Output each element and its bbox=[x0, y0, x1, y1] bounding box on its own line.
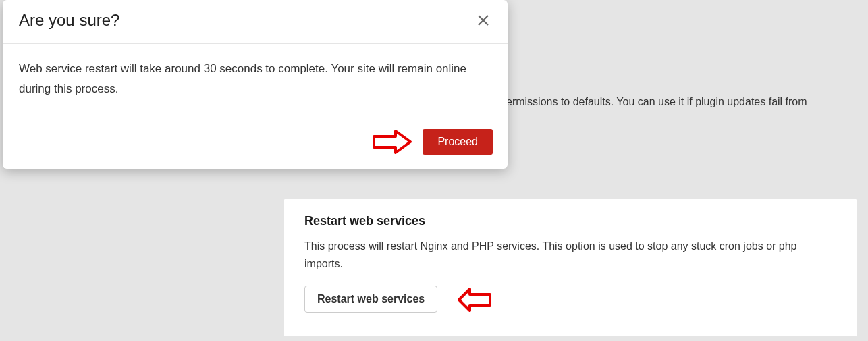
card-heading: Restart web services bbox=[304, 214, 836, 228]
close-icon bbox=[477, 14, 490, 27]
close-button[interactable] bbox=[474, 11, 493, 30]
confirm-modal: Are you sure? Web service restart will t… bbox=[3, 0, 508, 169]
modal-body-text: Web service restart will take around 30 … bbox=[3, 44, 508, 117]
restart-web-services-button[interactable]: Restart web services bbox=[304, 286, 437, 313]
card-description: This process will restart Nginx and PHP … bbox=[304, 238, 836, 272]
modal-title: Are you sure? bbox=[19, 11, 119, 30]
proceed-button[interactable]: Proceed bbox=[423, 129, 493, 155]
restart-services-card: Restart web services This process will r… bbox=[283, 199, 857, 337]
annotation-arrow-right bbox=[373, 128, 413, 155]
background-partial-text: ermissions to defaults. You can use it i… bbox=[506, 93, 855, 111]
modal-footer: Proceed bbox=[3, 117, 508, 169]
modal-header: Are you sure? bbox=[3, 0, 508, 44]
